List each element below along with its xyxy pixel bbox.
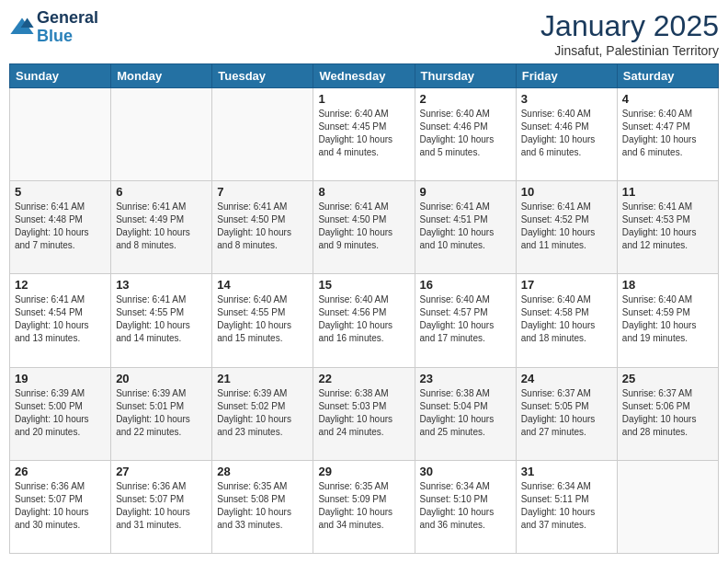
day-number: 26 xyxy=(15,465,106,478)
day-info: Sunrise: 6:40 AM Sunset: 4:45 PM Dayligh… xyxy=(318,108,409,159)
calendar-cell: 26Sunrise: 6:36 AM Sunset: 5:07 PM Dayli… xyxy=(10,460,111,553)
day-info: Sunrise: 6:41 AM Sunset: 4:55 PM Dayligh… xyxy=(116,293,207,345)
day-number: 25 xyxy=(622,372,713,385)
day-info: Sunrise: 6:40 AM Sunset: 4:55 PM Dayligh… xyxy=(217,293,308,345)
day-number: 5 xyxy=(15,185,106,199)
day-info: Sunrise: 6:35 AM Sunset: 5:08 PM Dayligh… xyxy=(217,480,308,532)
day-number: 4 xyxy=(622,92,713,106)
day-info: Sunrise: 6:39 AM Sunset: 5:02 PM Dayligh… xyxy=(217,387,308,439)
calendar-cell: 6Sunrise: 6:41 AM Sunset: 4:49 PM Daylig… xyxy=(111,181,212,274)
day-info: Sunrise: 6:40 AM Sunset: 4:47 PM Dayligh… xyxy=(622,108,713,159)
calendar-cell: 8Sunrise: 6:41 AM Sunset: 4:50 PM Daylig… xyxy=(313,181,415,274)
calendar-cell: 12Sunrise: 6:41 AM Sunset: 4:54 PM Dayli… xyxy=(10,274,111,367)
day-info: Sunrise: 6:41 AM Sunset: 4:50 PM Dayligh… xyxy=(318,201,409,252)
calendar-cell: 30Sunrise: 6:34 AM Sunset: 5:10 PM Dayli… xyxy=(415,460,516,553)
day-number: 1 xyxy=(318,92,409,106)
day-number: 18 xyxy=(622,278,713,292)
calendar-cell xyxy=(111,88,212,181)
calendar-cell: 17Sunrise: 6:40 AM Sunset: 4:58 PM Dayli… xyxy=(516,274,617,367)
day-info: Sunrise: 6:40 AM Sunset: 4:46 PM Dayligh… xyxy=(420,108,511,159)
day-info: Sunrise: 6:34 AM Sunset: 5:10 PM Dayligh… xyxy=(420,480,511,532)
day-number: 3 xyxy=(521,92,612,106)
day-number: 22 xyxy=(318,372,409,385)
week-row-1: 1Sunrise: 6:40 AM Sunset: 4:45 PM Daylig… xyxy=(10,88,719,181)
day-info: Sunrise: 6:35 AM Sunset: 5:09 PM Dayligh… xyxy=(318,480,409,532)
calendar-cell: 1Sunrise: 6:40 AM Sunset: 4:45 PM Daylig… xyxy=(313,88,415,181)
day-number: 20 xyxy=(116,372,207,385)
day-number: 19 xyxy=(15,372,106,385)
logo-line1: General xyxy=(37,9,98,28)
calendar-cell: 16Sunrise: 6:40 AM Sunset: 4:57 PM Dayli… xyxy=(415,274,516,367)
title-block: January 2025 Jinsafut, Palestinian Terri… xyxy=(540,9,719,58)
day-number: 21 xyxy=(217,372,308,385)
day-number: 13 xyxy=(116,278,207,292)
day-info: Sunrise: 6:39 AM Sunset: 5:00 PM Dayligh… xyxy=(15,387,106,439)
day-number: 31 xyxy=(521,465,612,478)
day-number: 10 xyxy=(521,185,612,199)
day-info: Sunrise: 6:40 AM Sunset: 4:46 PM Dayligh… xyxy=(521,108,612,159)
calendar-cell: 25Sunrise: 6:37 AM Sunset: 5:06 PM Dayli… xyxy=(617,367,718,460)
day-number: 9 xyxy=(420,185,511,199)
calendar-cell xyxy=(10,88,111,181)
calendar-subtitle: Jinsafut, Palestinian Territory xyxy=(540,43,719,58)
calendar-title: January 2025 xyxy=(540,9,719,43)
logo-text: General Blue xyxy=(37,9,98,46)
day-info: Sunrise: 6:36 AM Sunset: 5:07 PM Dayligh… xyxy=(15,480,106,532)
calendar-cell: 2Sunrise: 6:40 AM Sunset: 4:46 PM Daylig… xyxy=(415,88,516,181)
calendar-cell: 24Sunrise: 6:37 AM Sunset: 5:05 PM Dayli… xyxy=(516,367,617,460)
page: General Blue January 2025 Jinsafut, Pale… xyxy=(0,0,728,563)
header-friday: Friday xyxy=(516,64,617,88)
day-number: 23 xyxy=(420,372,511,385)
calendar-cell: 15Sunrise: 6:40 AM Sunset: 4:56 PM Dayli… xyxy=(313,274,415,367)
calendar-cell: 14Sunrise: 6:40 AM Sunset: 4:55 PM Dayli… xyxy=(212,274,313,367)
header-monday: Monday xyxy=(111,64,212,88)
day-info: Sunrise: 6:41 AM Sunset: 4:51 PM Dayligh… xyxy=(420,201,511,252)
day-info: Sunrise: 6:39 AM Sunset: 5:01 PM Dayligh… xyxy=(116,387,207,439)
calendar-table: Sunday Monday Tuesday Wednesday Thursday… xyxy=(9,63,719,554)
header-tuesday: Tuesday xyxy=(212,64,313,88)
header: General Blue January 2025 Jinsafut, Pale… xyxy=(9,9,719,58)
day-number: 27 xyxy=(116,465,207,478)
header-saturday: Saturday xyxy=(617,64,718,88)
day-number: 7 xyxy=(217,185,308,199)
calendar-cell: 23Sunrise: 6:38 AM Sunset: 5:04 PM Dayli… xyxy=(415,367,516,460)
calendar-cell: 18Sunrise: 6:40 AM Sunset: 4:59 PM Dayli… xyxy=(617,274,718,367)
calendar-cell: 9Sunrise: 6:41 AM Sunset: 4:51 PM Daylig… xyxy=(415,181,516,274)
calendar-cell: 3Sunrise: 6:40 AM Sunset: 4:46 PM Daylig… xyxy=(516,88,617,181)
day-number: 11 xyxy=(622,185,713,199)
header-wednesday: Wednesday xyxy=(313,64,415,88)
day-number: 17 xyxy=(521,278,612,292)
weekday-header-row: Sunday Monday Tuesday Wednesday Thursday… xyxy=(10,64,719,88)
calendar-cell: 27Sunrise: 6:36 AM Sunset: 5:07 PM Dayli… xyxy=(111,460,212,553)
week-row-3: 12Sunrise: 6:41 AM Sunset: 4:54 PM Dayli… xyxy=(10,274,719,367)
header-sunday: Sunday xyxy=(10,64,111,88)
week-row-2: 5Sunrise: 6:41 AM Sunset: 4:48 PM Daylig… xyxy=(10,181,719,274)
header-thursday: Thursday xyxy=(415,64,516,88)
calendar-cell: 20Sunrise: 6:39 AM Sunset: 5:01 PM Dayli… xyxy=(111,367,212,460)
day-number: 28 xyxy=(217,465,308,478)
day-info: Sunrise: 6:37 AM Sunset: 5:06 PM Dayligh… xyxy=(622,387,713,439)
calendar-cell: 10Sunrise: 6:41 AM Sunset: 4:52 PM Dayli… xyxy=(516,181,617,274)
day-info: Sunrise: 6:36 AM Sunset: 5:07 PM Dayligh… xyxy=(116,480,207,532)
day-info: Sunrise: 6:41 AM Sunset: 4:48 PM Dayligh… xyxy=(15,201,106,252)
calendar-cell: 5Sunrise: 6:41 AM Sunset: 4:48 PM Daylig… xyxy=(10,181,111,274)
day-number: 24 xyxy=(521,372,612,385)
logo-icon xyxy=(9,15,35,40)
day-info: Sunrise: 6:41 AM Sunset: 4:50 PM Dayligh… xyxy=(217,201,308,252)
week-row-4: 19Sunrise: 6:39 AM Sunset: 5:00 PM Dayli… xyxy=(10,367,719,460)
day-info: Sunrise: 6:41 AM Sunset: 4:54 PM Dayligh… xyxy=(15,293,106,345)
logo: General Blue xyxy=(9,9,98,46)
day-info: Sunrise: 6:41 AM Sunset: 4:49 PM Dayligh… xyxy=(116,201,207,252)
calendar-cell: 13Sunrise: 6:41 AM Sunset: 4:55 PM Dayli… xyxy=(111,274,212,367)
day-info: Sunrise: 6:41 AM Sunset: 4:52 PM Dayligh… xyxy=(521,201,612,252)
day-info: Sunrise: 6:37 AM Sunset: 5:05 PM Dayligh… xyxy=(521,387,612,439)
day-number: 8 xyxy=(318,185,409,199)
day-number: 12 xyxy=(15,278,106,292)
calendar-cell: 4Sunrise: 6:40 AM Sunset: 4:47 PM Daylig… xyxy=(617,88,718,181)
day-number: 16 xyxy=(420,278,511,292)
calendar-cell: 22Sunrise: 6:38 AM Sunset: 5:03 PM Dayli… xyxy=(313,367,415,460)
day-info: Sunrise: 6:38 AM Sunset: 5:03 PM Dayligh… xyxy=(318,387,409,439)
calendar-cell: 28Sunrise: 6:35 AM Sunset: 5:08 PM Dayli… xyxy=(212,460,313,553)
calendar-cell: 31Sunrise: 6:34 AM Sunset: 5:11 PM Dayli… xyxy=(516,460,617,553)
day-info: Sunrise: 6:34 AM Sunset: 5:11 PM Dayligh… xyxy=(521,480,612,532)
